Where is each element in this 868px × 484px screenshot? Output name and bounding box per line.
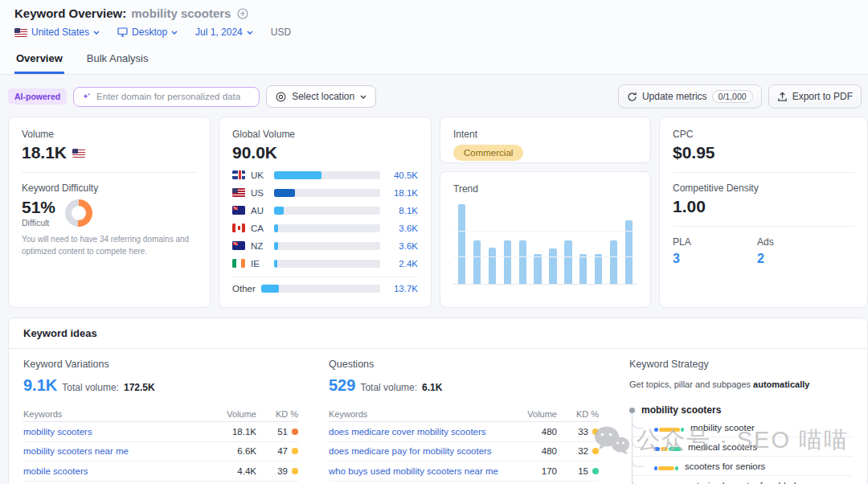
questions-table: Keywords Volume KD % does medicare cover…: [329, 406, 599, 484]
page-title-keyword: mobility scooters: [131, 6, 231, 20]
update-metrics-label: Update metrics: [642, 91, 707, 102]
table-row: does blue cross blue shield cover mobili…: [329, 482, 599, 484]
country-volume-value: 3.6K: [386, 241, 418, 251]
trend-bar: [473, 240, 481, 284]
divider: [673, 172, 854, 173]
export-pdf-button[interactable]: Export to PDF: [768, 84, 862, 109]
trend-bar: [610, 240, 617, 284]
child-node-label: mobility scooter: [690, 423, 755, 433]
keyword-overview-page: Keyword Overview: mobility scooters Unit…: [0, 0, 868, 484]
trend-bar: [519, 240, 526, 284]
keyword-link[interactable]: mobility scooters near me: [23, 446, 218, 456]
kd-dot: [592, 468, 599, 474]
domain-input[interactable]: [96, 92, 251, 101]
volume-cell: 170: [518, 466, 557, 476]
other-label: Other: [232, 284, 256, 293]
strategy-root-node[interactable]: mobility scooters: [629, 402, 853, 418]
keyword-ideas-title: Keyword ideas: [9, 318, 867, 349]
competitive-density-label: Competitive Density: [673, 183, 854, 194]
strategy-child-node[interactable]: scooters for seniors: [632, 457, 853, 476]
country-filter[interactable]: United States: [14, 27, 100, 38]
questions-count[interactable]: 529: [329, 376, 355, 395]
metric-segment: [654, 466, 657, 470]
variations-table: Keywords Volume KD % mobility scooters 1…: [23, 406, 298, 484]
nz-flag-icon: [232, 241, 245, 250]
pla-value[interactable]: 3: [673, 252, 757, 266]
add-keyword-icon[interactable]: [237, 8, 248, 19]
refresh-icon: [627, 92, 637, 102]
pla-label: PLA: [673, 236, 757, 248]
country-filter-label: United States: [31, 27, 89, 38]
volume-header: Volume: [218, 409, 256, 419]
volume-cell: 480: [518, 446, 557, 456]
cpc-card: CPC $0.95 Competitive Density 1.00 PLA 3…: [659, 117, 868, 308]
country-code: UK: [251, 170, 268, 180]
strategy-title: Keyword Strategy: [629, 359, 853, 370]
country-volume-row: NZ 3.6K: [232, 238, 418, 253]
metric-segment: [654, 428, 658, 432]
keyword-link[interactable]: mobile scooters: [23, 466, 218, 476]
trend-label: Trend: [453, 183, 637, 195]
country-code: NZ: [251, 241, 268, 251]
difficulty-gauge: [65, 199, 92, 227]
country-volume-value: 2.4K: [386, 259, 418, 269]
au-flag-icon: [232, 206, 245, 215]
device-filter-label: Desktop: [132, 27, 167, 38]
ads-label: Ads: [757, 236, 841, 248]
strategy-child-node[interactable]: medical scooters: [632, 437, 853, 457]
child-node-label: scooters for seniors: [685, 461, 765, 471]
update-metrics-button[interactable]: Update metrics 0/1,000: [618, 84, 762, 109]
volume-bar-track: [274, 224, 380, 232]
variations-title: Keyword Variations: [23, 359, 298, 370]
intent-badge[interactable]: Commercial: [453, 145, 523, 161]
variations-total-label: Total volume:: [62, 382, 119, 393]
toolbar: AI-powered Select location Update metric…: [8, 84, 862, 109]
filter-row: United States Desktop Jul 1, 2024 USD: [14, 27, 854, 38]
keyword-link[interactable]: does medicare cover mobility scooters: [329, 427, 518, 437]
volume-bar-track: [274, 189, 380, 197]
kd-cell: 51: [277, 427, 288, 437]
table-row: mobile scooters 4.4K 39: [23, 461, 298, 482]
trend-bar: [504, 240, 511, 284]
country-volume-value: 18.1K: [386, 188, 418, 198]
country-volume-row: US 18.1K: [232, 185, 418, 200]
country-volume-row: UK 40.5K: [232, 167, 418, 183]
device-filter[interactable]: Desktop: [117, 27, 178, 38]
trend-card: Trend: [440, 171, 651, 308]
trend-bar: [564, 240, 571, 284]
tab-bulk-analysis[interactable]: Bulk Analysis: [85, 47, 150, 74]
metric-segment: [675, 466, 678, 470]
ie-flag-icon: [232, 259, 245, 268]
trend-bar: [458, 204, 465, 284]
metric-cards: Volume 18.1K Keyword Difficulty 51% Diff…: [8, 117, 868, 308]
intent-card: Intent Commercial: [440, 117, 651, 163]
kd-dot: [292, 448, 298, 454]
child-node-label: motorized scooter for elderly: [684, 481, 800, 484]
date-filter[interactable]: Jul 1, 2024: [195, 27, 253, 38]
kd-cell: 47: [277, 446, 288, 456]
keyword-link[interactable]: who buys used mobility scooters near me: [329, 466, 518, 476]
select-location-dropdown[interactable]: Select location: [266, 85, 376, 108]
volume-bar-fill: [274, 207, 284, 215]
volume-bar-track: [261, 285, 380, 293]
keyword-difficulty-level: Difficult: [22, 218, 55, 228]
country-volume-value: 8.1K: [386, 206, 418, 215]
other-volume-row: Other 13.7K: [232, 281, 418, 296]
strategy-child-node[interactable]: motorized scooter for elderly: [632, 476, 853, 484]
divider: [673, 226, 854, 227]
volume-header: Volume: [518, 409, 557, 419]
tab-overview[interactable]: Overview: [14, 47, 64, 74]
cpc-value: $0.95: [673, 143, 715, 162]
kd-cell: 33: [578, 427, 588, 437]
keyword-link[interactable]: mobility scooters: [23, 427, 218, 437]
metric-segment: [681, 428, 684, 432]
ai-powered-badge: AI-powered: [8, 88, 67, 105]
ads-value[interactable]: 2: [757, 252, 841, 266]
strategy-child-node[interactable]: mobility scooter: [632, 418, 853, 437]
variations-count[interactable]: 9.1K: [23, 376, 57, 395]
chevron-down-icon: [247, 31, 253, 35]
volume-bar-fill: [274, 242, 278, 250]
keyword-link[interactable]: does medicare pay for mobility scooters: [329, 446, 518, 456]
trend-bar: [595, 254, 602, 284]
main-content: AI-powered Select location Update metric…: [0, 84, 868, 484]
